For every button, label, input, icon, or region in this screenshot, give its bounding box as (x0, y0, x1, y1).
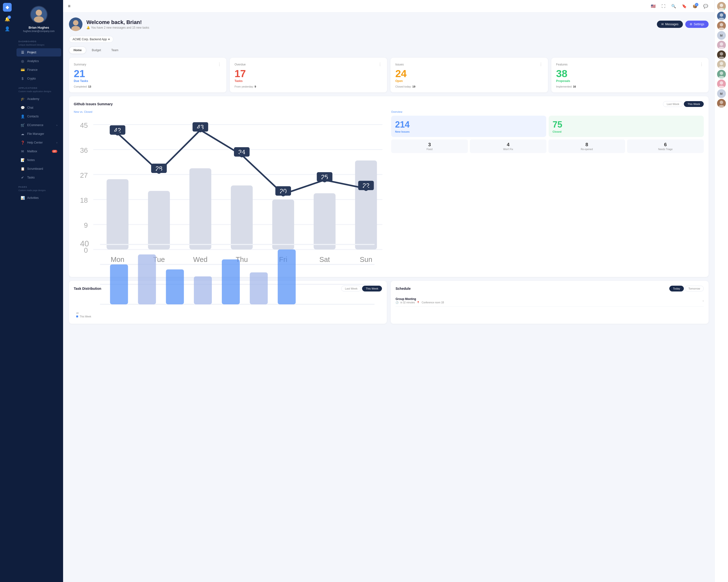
tab-home[interactable]: Home (69, 47, 86, 54)
github-this-week-btn[interactable]: This Week (684, 101, 704, 107)
svg-point-76 (720, 43, 723, 46)
filemanager-icon: ☁ (20, 132, 25, 136)
fullscreen-icon[interactable]: ⛶ (660, 3, 667, 10)
schedule-info: Group Meeting 🕐 in 32 minutes 📍 Conferen… (395, 297, 700, 304)
closed-card: 75 Closed (549, 116, 704, 137)
messages-icon[interactable]: 💬 (702, 2, 709, 10)
project-icon: ☰ (20, 51, 25, 54)
sidebar-item-filemanager[interactable]: ☁ File Manager (17, 130, 61, 138)
rp-avatar-3[interactable] (717, 21, 726, 30)
svg-text:40: 40 (80, 239, 89, 248)
applications-section-sub: Custom made application designs (15, 90, 63, 94)
summary-menu[interactable]: ⋮ (217, 62, 222, 67)
rp-avatar-4[interactable] (717, 41, 726, 50)
dashboards-section-sub: Unique dashboard designs (15, 44, 63, 48)
helpcenter-arrow: › (56, 141, 57, 144)
schedule-location: Conference room 1B (421, 301, 444, 304)
inbox-badge: 5 (695, 3, 698, 6)
tasks-icon: ✔ (20, 175, 25, 179)
chart-subtitle: New vs. Closed (74, 110, 386, 113)
settings-button[interactable]: ⚙ Settings (685, 21, 709, 28)
closed-label: Closed (552, 130, 700, 133)
sidebar-item-finance[interactable]: 💳 Finance (17, 66, 61, 74)
inbox-icon[interactable]: 📦 5 (691, 2, 699, 10)
topbar: ≡ 🇺🇸 ⛶ 🔍 🔖 📦 5 💬 (63, 0, 714, 12)
welcome-subtitle: 🔔 You have 2 new messages and 15 new tas… (86, 26, 149, 29)
stat-card-issues: Issues ⋮ 24 Open Closed today: 19 (390, 58, 548, 92)
tab-team[interactable]: Team (106, 47, 123, 54)
stat-card-summary: Summary ⋮ 21 Due Tasks Completed: 13 (69, 58, 227, 92)
features-label: Proposals (556, 79, 704, 83)
rp-letter-M1[interactable]: M (717, 31, 726, 40)
sidebar-item-chat[interactable]: 💬 Chat (17, 104, 61, 112)
pages-section-label: PAGES (15, 182, 63, 189)
rp-avatar-2-badge (724, 11, 726, 14)
icon-bar: ◆ 🔔 3 👤 (0, 0, 15, 582)
notifications-icon[interactable]: 🔔 3 (3, 15, 11, 23)
issues-number: 24 (395, 68, 543, 79)
flag-icon[interactable]: 🇺🇸 (649, 2, 657, 10)
sidebar: Brian Hughes hughes.brian@company.com DA… (15, 0, 63, 582)
sidebar-item-crypto[interactable]: $ Crypto (17, 75, 61, 83)
bell-icon: 🔔 (86, 26, 90, 29)
sidebar-item-academy[interactable]: 🎓 Academy (17, 95, 61, 103)
rp-avatar-5[interactable] (717, 51, 726, 59)
sidebar-item-analytics[interactable]: ◎ Analytics (17, 57, 61, 65)
profile-avatar (30, 6, 48, 23)
overdue-menu[interactable]: ⋮ (378, 62, 382, 67)
issues-footer: Closed today: 19 (395, 85, 543, 88)
schedule-tomorrow-btn[interactable]: Tomorrow (685, 286, 704, 292)
rp-avatar-9[interactable] (717, 99, 726, 108)
svg-text:45: 45 (80, 121, 88, 129)
schedule-title: Schedule (395, 287, 411, 290)
settings-gear-icon: ⚙ (690, 23, 692, 26)
ecommerce-arrow: › (56, 124, 57, 127)
summary-number: 21 (74, 68, 222, 79)
sidebar-item-helpcenter[interactable]: ❓ Help Center › (17, 138, 61, 147)
rp-avatar-1[interactable] (717, 2, 726, 11)
tab-budget[interactable]: Budget (87, 47, 106, 54)
github-last-week-btn[interactable]: Last Week (663, 101, 683, 107)
sidebar-item-project[interactable]: ☰ Project (17, 48, 61, 56)
svg-rect-65 (278, 250, 295, 304)
sidebar-item-notes[interactable]: 📝 Notes (17, 156, 61, 164)
sidebar-item-tasks[interactable]: ✔ Tasks (17, 173, 61, 182)
user-search-icon[interactable]: 👤 (3, 25, 11, 33)
rp-letter-M2[interactable]: M (717, 89, 726, 98)
svg-point-43 (239, 153, 244, 157)
features-menu[interactable]: ⋮ (700, 62, 704, 67)
schedule-today-btn[interactable]: Today (669, 286, 683, 292)
rp-avatar-7[interactable] (717, 70, 726, 79)
rp-avatar-8[interactable] (717, 80, 726, 88)
bookmark-icon[interactable]: 🔖 (680, 2, 688, 10)
sidebar-item-mailbox[interactable]: ✉ Mailbox 27 (17, 147, 61, 156)
messages-button[interactable]: ✉ Messages (657, 21, 683, 28)
issues-menu[interactable]: ⋮ (539, 62, 543, 67)
svg-point-85 (720, 72, 723, 75)
sidebar-item-contacts[interactable]: 👤 Contacts (17, 112, 61, 120)
welcome-greeting: Welcome back, Brian! (86, 19, 149, 25)
app-logo[interactable]: ◆ (3, 3, 11, 11)
svg-text:27: 27 (80, 171, 88, 179)
stats-row: Summary ⋮ 21 Due Tasks Completed: 13 Ove… (69, 58, 709, 92)
search-icon[interactable]: 🔍 (670, 2, 678, 10)
rp-avatar-2[interactable] (717, 11, 726, 20)
svg-point-3 (36, 10, 42, 16)
schedule-header: Schedule Today Tomorrow (395, 286, 704, 292)
sidebar-item-scrumboard[interactable]: 📋 Scrumboard (17, 165, 61, 173)
schedule-arrow-icon[interactable]: › (703, 299, 704, 303)
menu-icon[interactable]: ≡ (68, 4, 71, 9)
project-dropdown[interactable]: ACME Corp. Backend App ▾ (69, 36, 113, 43)
schedule-toggle: Today Tomorrow (669, 286, 704, 292)
rp-avatar-6[interactable] (717, 60, 726, 69)
svg-text:18: 18 (80, 196, 88, 204)
svg-point-91 (720, 101, 723, 104)
new-issues-label: New Issues (395, 130, 542, 133)
overview-reopened: 8 Re-opened (548, 139, 625, 153)
stat-card-features: Features ⋮ 38 Proposals Implemented: 16 (551, 58, 709, 92)
sidebar-item-ecommerce[interactable]: 🛒 ECommerce › (17, 121, 61, 129)
summary-label: Due Tasks (74, 79, 222, 83)
finance-icon: 💳 (20, 68, 25, 72)
svg-rect-64 (250, 272, 268, 304)
sidebar-item-activities[interactable]: 📊 Activities (17, 194, 61, 202)
